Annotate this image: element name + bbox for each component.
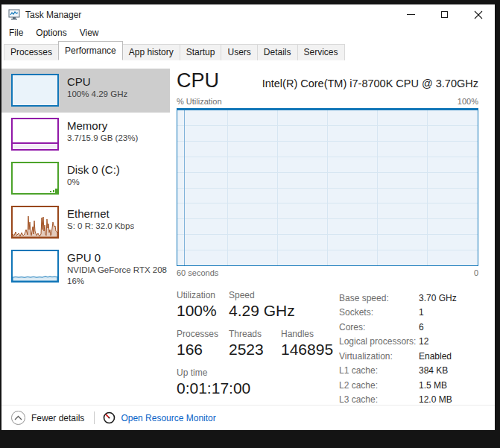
cpu-mini-graph [11, 74, 59, 107]
footer-bar: Fewer details Open Resource Monitor [1, 405, 495, 430]
tab-users[interactable]: Users [221, 44, 257, 60]
sidebar-cpu-label: CPU [67, 75, 127, 89]
maximize-button[interactable] [428, 4, 461, 25]
title-bar: Task Manager [1, 4, 495, 25]
footer-divider [94, 411, 95, 424]
sidebar-gpu-label: GPU 0 [67, 250, 167, 265]
gpu-mini-graph [11, 250, 59, 283]
processes-value: 166 [177, 339, 229, 366]
minimize-button[interactable] [394, 4, 428, 25]
fewer-details-label[interactable]: Fewer details [31, 413, 84, 423]
spec-row: Cores: 6 [339, 320, 478, 335]
sidebar-disk-stats: 0% [67, 177, 120, 188]
uptime-value: 0:01:17:00 [177, 378, 339, 405]
maximize-icon [441, 11, 448, 18]
processor-name: Intel(R) Core(TM) i7-8700K CPU @ 3.70GHz [262, 78, 478, 92]
sidebar-ethernet-stats: S: 0 R: 32.0 Kbps [67, 221, 134, 232]
sidebar-memory-label: Memory [67, 119, 138, 133]
menu-file[interactable]: File [9, 26, 23, 40]
tab-app-history[interactable]: App history [122, 44, 180, 60]
speed-label: Speed [229, 288, 339, 300]
menu-options[interactable]: Options [36, 26, 66, 40]
task-manager-window: Task Manager File Options View Processes… [1, 4, 495, 430]
sidebar-gpu-stats: 16% [67, 276, 167, 287]
uptime-label: Up time [177, 366, 339, 378]
spec-row: Sockets: 1 [339, 306, 478, 321]
menu-bar: File Options View [1, 25, 495, 41]
cpu-detail-panel: CPU Intel(R) Core(TM) i7-8700K CPU @ 3.7… [170, 60, 495, 405]
menu-view[interactable]: View [80, 26, 99, 40]
spec-row: L2 cache: 1.5 MB [339, 378, 478, 393]
sidebar-item-disk[interactable]: Disk 0 (C:) 0% [1, 157, 170, 201]
sidebar-cpu-stats: 100% 4.29 GHz [67, 89, 127, 100]
performance-sidebar: CPU 100% 4.29 GHz Memory 3.7/15.9 GB (23… [1, 60, 170, 405]
processes-label: Processes [177, 327, 229, 339]
sidebar-gpu-name: NVIDIA GeForce RTX 208 [67, 265, 167, 276]
chart-y-max-label: 100% [458, 97, 478, 106]
tab-processes[interactable]: Processes [4, 44, 59, 60]
sidebar-ethernet-label: Ethernet [67, 206, 134, 221]
tab-details[interactable]: Details [257, 44, 298, 60]
sidebar-disk-label: Disk 0 (C:) [67, 163, 120, 177]
handles-label: Handles [281, 327, 339, 339]
disk-mini-graph [11, 162, 59, 195]
chevron-up-icon [14, 415, 22, 420]
threads-label: Threads [229, 327, 281, 339]
page-title: CPU [177, 69, 219, 92]
cpu-spec-list: Base speed: 3.70 GHz Sockets: 1 Cores: 6… [339, 288, 478, 407]
sidebar-item-gpu[interactable]: GPU 0 NVIDIA GeForce RTX 208 16% [1, 244, 170, 292]
open-resource-monitor-link[interactable]: Open Resource Monitor [121, 413, 215, 423]
tab-strip: Processes Performance App history Startu… [1, 41, 495, 60]
sidebar-item-cpu[interactable]: CPU 100% 4.29 GHz [1, 69, 170, 113]
minimize-icon [407, 14, 415, 15]
content-area: CPU 100% 4.29 GHz Memory 3.7/15.9 GB (23… [1, 60, 495, 405]
memory-mini-graph [11, 118, 59, 151]
task-manager-app-icon [8, 9, 20, 20]
cpu-utilization-chart [177, 108, 478, 266]
ethernet-mini-graph [11, 206, 59, 239]
spec-row: L1 cache: 384 KB [339, 364, 478, 379]
sidebar-memory-stats: 3.7/15.9 GB (23%) [67, 133, 138, 144]
cpu-stats-block: Utilization Speed 100% 4.29 GHz Processe… [177, 288, 339, 407]
threads-value: 2523 [229, 339, 281, 366]
close-icon [474, 10, 483, 19]
tab-performance[interactable]: Performance [58, 41, 123, 60]
chart-x-right-label: 0 [474, 268, 478, 277]
spec-row: Virtualization: Enabled [339, 349, 478, 364]
window-title: Task Manager [25, 10, 81, 20]
fewer-details-button[interactable] [11, 411, 25, 425]
sidebar-item-memory[interactable]: Memory 3.7/15.9 GB (23%) [1, 113, 170, 157]
utilization-value: 100% [177, 300, 229, 327]
sidebar-item-ethernet[interactable]: Ethernet S: 0 R: 32.0 Kbps [1, 201, 170, 244]
spec-row: Logical processors: 12 [339, 335, 478, 350]
handles-value: 146895 [281, 339, 339, 366]
utilization-label: Utilization [177, 288, 229, 300]
chart-y-axis-label: % Utilization [177, 97, 222, 106]
tab-startup[interactable]: Startup [180, 44, 222, 60]
chart-x-left-label: 60 seconds [177, 268, 218, 277]
close-button[interactable] [461, 4, 495, 25]
tab-services[interactable]: Services [297, 44, 345, 60]
spec-row: Base speed: 3.70 GHz [339, 291, 478, 306]
resource-monitor-icon[interactable] [103, 411, 115, 424]
speed-value: 4.29 GHz [229, 300, 339, 327]
